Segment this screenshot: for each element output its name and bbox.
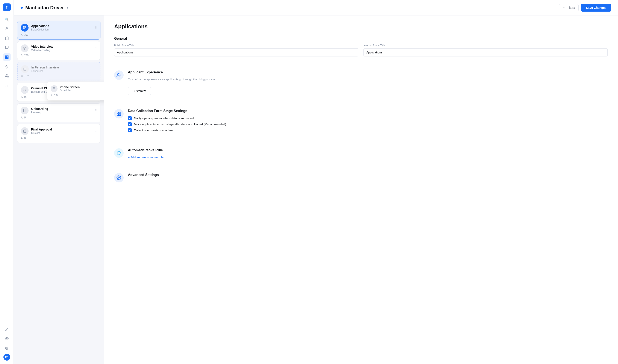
add-auto-move-rule-link[interactable]: + Add automatic move rule — [128, 156, 608, 159]
data-collection-content: Data Collection Form Stage Settings Noti… — [128, 109, 608, 134]
nav-team[interactable] — [3, 72, 11, 80]
checkbox-3[interactable] — [128, 128, 132, 132]
stage-count-final: 0 — [21, 137, 97, 140]
customize-button[interactable]: Customize — [128, 87, 151, 95]
data-collection-wrap: Data Collection Form Stage Settings Noti… — [114, 109, 608, 134]
internal-stage-title-group: Internal Stage Title — [363, 44, 608, 56]
section-automatic-move-rule: Automatic Move Rule + Add automatic move… — [114, 148, 608, 159]
svg-point-16 — [6, 338, 7, 339]
svg-rect-24 — [23, 28, 25, 29]
public-stage-title-input[interactable] — [114, 48, 358, 56]
nav-bar: f 🔍 RS — [0, 0, 14, 364]
svg-point-0 — [6, 27, 8, 29]
applicant-experience-wrap: Applicant Experience Customize the appea… — [114, 70, 608, 95]
stage-name-onboarding: Onboarding — [31, 107, 92, 111]
nav-messages[interactable] — [3, 44, 11, 52]
stage-card-onboarding[interactable]: Onboarding Learning ⠿ 5 — [17, 104, 101, 122]
svg-rect-34 — [53, 88, 55, 90]
drag-handle-inperson[interactable]: ⠿ — [94, 67, 97, 71]
floating-phone-screen-card[interactable]: Phone Screen Scheduler ⠿ 197 — [47, 82, 104, 100]
auto-move-wrap: Automatic Move Rule + Add automatic move… — [114, 148, 608, 159]
svg-line-14 — [7, 328, 8, 329]
checkbox-1[interactable] — [128, 116, 132, 120]
auto-move-title: Automatic Move Rule — [128, 148, 608, 152]
checkbox-2[interactable] — [128, 122, 132, 126]
nav-expand[interactable] — [3, 325, 11, 333]
stage-count-onboarding: 5 — [21, 116, 97, 119]
svg-rect-1 — [5, 37, 8, 40]
floating-icon-phone — [51, 85, 57, 92]
stage-name-inperson: In Person Interview — [31, 66, 92, 69]
stage-icon-criminal — [21, 86, 28, 94]
auto-move-icon — [114, 148, 124, 158]
stage-sub-inperson: Scheduler — [31, 70, 92, 73]
stage-icon-onboarding — [21, 107, 28, 114]
svg-point-39 — [24, 89, 25, 90]
stage-sub-final: Custom — [31, 131, 92, 135]
stage-count-applications: 323 — [21, 33, 97, 36]
divider-3 — [114, 143, 608, 143]
data-collection-icon — [114, 109, 124, 118]
stage-name-final: Final Approval — [31, 128, 92, 131]
nav-globe[interactable] — [3, 344, 11, 352]
svg-rect-25 — [25, 28, 26, 29]
svg-point-28 — [22, 54, 22, 55]
svg-point-26 — [22, 34, 22, 35]
stage-card-final-approval[interactable]: Final Approval Custom ⠿ 0 — [17, 124, 101, 143]
checkbox-item-2: Move applicants to next stage after data… — [128, 122, 608, 126]
public-stage-title-label: Public Stage Title — [114, 44, 358, 47]
nav-lightning[interactable] — [3, 63, 11, 70]
svg-rect-8 — [7, 57, 8, 59]
section-data-collection: Data Collection Form Stage Settings Noti… — [114, 109, 608, 134]
applicant-experience-content: Applicant Experience Customize the appea… — [128, 70, 608, 95]
public-stage-title-group: Public Stage Title — [114, 44, 358, 56]
app-logo[interactable]: f — [3, 3, 11, 11]
stage-icon-video-interview — [21, 44, 28, 52]
nav-calendar[interactable] — [3, 34, 11, 42]
nav-pipeline[interactable] — [3, 53, 11, 61]
user-avatar[interactable]: RS — [3, 354, 10, 361]
nav-user[interactable] — [3, 25, 11, 33]
divider-4 — [114, 168, 608, 168]
stage-card-applications[interactable]: Applications Data Collection ⠿ 323 — [17, 21, 101, 39]
svg-rect-6 — [7, 56, 8, 57]
checkbox-label-1: Notify opening owner when data is submit… — [134, 117, 194, 120]
floating-stage-count: 197 — [51, 94, 104, 97]
svg-rect-29 — [24, 68, 26, 71]
drag-handle-applications[interactable]: ⠿ — [95, 26, 97, 29]
section-general: General Public Stage Title Internal Stag… — [114, 37, 608, 56]
drag-handle-video[interactable]: ⠿ — [95, 47, 97, 50]
page-title: Manhattan Driver — [25, 5, 64, 11]
header-chevron-icon[interactable]: ▾ — [66, 6, 68, 10]
svg-point-38 — [51, 94, 52, 95]
nav-search[interactable]: 🔍 — [3, 15, 11, 23]
stage-card-placeholder: In Person Interview Scheduler ⠿ 132 — [17, 62, 101, 81]
section-applicant-experience: Applicant Experience Customize the appea… — [114, 70, 608, 95]
nav-settings[interactable] — [3, 335, 11, 342]
svg-point-10 — [6, 75, 7, 76]
data-collection-title: Data Collection Form Stage Settings — [128, 109, 608, 113]
stage-icon-applications — [21, 24, 28, 32]
svg-point-27 — [24, 48, 25, 49]
nav-analytics[interactable] — [3, 81, 11, 89]
header-actions: Filters Save Changes — [559, 4, 611, 12]
svg-rect-44 — [117, 112, 118, 113]
general-form-row: Public Stage Title Internal Stage Title — [114, 44, 608, 56]
svg-rect-5 — [5, 56, 6, 57]
internal-stage-title-input[interactable] — [363, 48, 608, 56]
svg-rect-45 — [119, 112, 121, 113]
drag-handle-final[interactable]: ⠿ — [95, 130, 97, 133]
body-layout: Applications Data Collection ⠿ 323 — [14, 15, 618, 364]
detail-panel: Applications General Public Stage Title … — [104, 15, 618, 364]
general-section-title: General — [114, 37, 608, 40]
svg-point-41 — [22, 117, 22, 118]
filters-button[interactable]: Filters — [559, 4, 579, 11]
stage-name-applications: Applications — [31, 24, 92, 28]
stage-card-video-interview[interactable]: Video Interview Video Recording ⠿ 240 — [17, 41, 101, 60]
drag-handle-onboarding[interactable]: ⠿ — [95, 109, 97, 112]
save-changes-button[interactable]: Save Changes — [581, 4, 611, 12]
nav-bottom: RS — [3, 325, 11, 361]
stage-count-inperson: 132 — [21, 75, 97, 78]
stage-sub-onboarding: Learning — [31, 111, 92, 114]
status-dot — [21, 7, 23, 9]
